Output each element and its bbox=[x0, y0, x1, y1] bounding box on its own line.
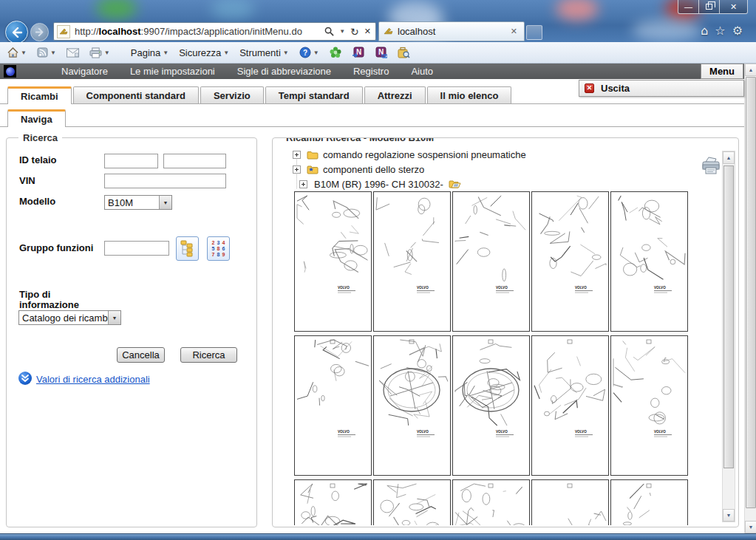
tools-menu-button[interactable]: Strumenti ▼ bbox=[236, 46, 292, 60]
favorites-button[interactable]: ☆ bbox=[715, 24, 725, 38]
diagram-thumbnail[interactable]: VOLVO bbox=[610, 479, 688, 525]
research-button[interactable] bbox=[395, 45, 413, 60]
search-button[interactable]: Ricerca bbox=[180, 347, 237, 363]
results-scroll-down-arrow[interactable]: ▼ bbox=[723, 509, 735, 522]
diagram-thumbnail[interactable]: VOLVO bbox=[294, 335, 372, 476]
help-icon: ? bbox=[299, 47, 311, 58]
logout-menu-item[interactable]: ✕ Uscita bbox=[579, 80, 744, 97]
home-button[interactable]: ⌂ bbox=[701, 24, 708, 38]
menubar-item-aiuto[interactable]: Aiuto bbox=[400, 66, 444, 77]
diagram-thumbnail[interactable]: VOLVO bbox=[531, 191, 609, 332]
tab-tempi-standard[interactable]: Tempi standard bbox=[265, 86, 363, 103]
maximize-button[interactable] bbox=[699, 0, 720, 14]
settings-gear-button[interactable]: ⚙ bbox=[732, 24, 743, 38]
tab-componenti-standard[interactable]: Componenti standard bbox=[73, 86, 199, 103]
subtabs-divider bbox=[0, 126, 744, 127]
svg-text:VOLVO: VOLVO bbox=[575, 430, 587, 434]
home-menu-button[interactable]: ▼ bbox=[4, 46, 30, 59]
search-form-legend: Ricerca bbox=[18, 132, 62, 143]
diagram-thumbnail[interactable]: VOLVO bbox=[531, 335, 609, 476]
icq-button[interactable] bbox=[327, 45, 344, 60]
tab-close-button[interactable]: ✕ bbox=[508, 27, 520, 36]
menu-button[interactable]: Menu bbox=[701, 64, 743, 79]
diagram-thumbnail[interactable]: VOLVO bbox=[373, 191, 451, 332]
browser-tab[interactable]: localhost ✕ bbox=[378, 21, 525, 41]
scroll-down-arrow[interactable]: ▼ bbox=[745, 521, 756, 533]
diagram-thumbnail[interactable]: VOLVO bbox=[452, 335, 530, 476]
back-button[interactable] bbox=[5, 21, 28, 42]
address-input[interactable]: http://localhost:9907/impact3/applicatio… bbox=[53, 22, 376, 41]
help-dropdown-caret[interactable]: ▼ bbox=[313, 49, 319, 56]
menubar-item-navigatore[interactable]: Navigatore bbox=[50, 66, 119, 77]
diagram-thumbnail[interactable]: VOLVO bbox=[610, 335, 688, 476]
home-dropdown-caret[interactable]: ▼ bbox=[21, 49, 27, 56]
minimize-button[interactable]: — bbox=[678, 0, 699, 14]
tree-item[interactable]: componenti dello sterzo bbox=[293, 164, 424, 175]
refresh-button[interactable]: ↻ bbox=[350, 26, 359, 38]
security-menu-button[interactable]: Sicurezza ▼ bbox=[176, 46, 232, 60]
search-dropdown-caret[interactable]: ▼ bbox=[339, 28, 345, 35]
print-results-button[interactable] bbox=[700, 156, 722, 176]
svg-text:VOLVO: VOLVO bbox=[654, 286, 666, 290]
menubar-item-registro[interactable]: Registro bbox=[342, 66, 400, 77]
chassis-id-label: ID telaio bbox=[19, 154, 57, 165]
tree-expand-icon[interactable] bbox=[293, 151, 301, 159]
info-type-select[interactable]: Catalogo dei ricambi ▼ bbox=[18, 310, 121, 325]
stop-button[interactable]: ✕ bbox=[364, 27, 371, 36]
diagram-thumbnail[interactable]: VOLVO bbox=[610, 191, 688, 332]
feed-dropdown-caret[interactable]: ▼ bbox=[50, 49, 56, 56]
tab-attrezzi[interactable]: Attrezzi bbox=[364, 86, 426, 103]
chassis-id-input-2[interactable] bbox=[163, 154, 226, 168]
tree-item[interactable]: B10M (BR) 1996- CH 310032- bbox=[299, 179, 466, 190]
diagram-thumbnail[interactable]: VOLVO bbox=[373, 479, 451, 525]
chassis-id-input-1[interactable] bbox=[104, 154, 158, 168]
results-scrollbar-thumb[interactable] bbox=[723, 165, 734, 468]
print-button[interactable]: ▼ bbox=[86, 46, 113, 60]
model-select-arrow-icon: ▼ bbox=[159, 196, 171, 209]
menubar-item-sigle[interactable]: Sigle di abbreviazione bbox=[226, 66, 342, 77]
clear-button[interactable]: Cancella bbox=[117, 347, 165, 363]
results-scroll-up-arrow[interactable]: ▲ bbox=[723, 151, 735, 164]
tab-ricambi[interactable]: Ricambi bbox=[7, 86, 72, 104]
print-dropdown-caret[interactable]: ▼ bbox=[104, 49, 110, 56]
scroll-up-arrow[interactable]: ▲ bbox=[745, 64, 756, 76]
model-select[interactable]: B10M ▼ bbox=[104, 195, 172, 210]
onenote-send-button[interactable]: N bbox=[349, 45, 367, 60]
onenote-linked-button[interactable]: N bbox=[372, 45, 390, 60]
vin-input[interactable] bbox=[104, 174, 226, 188]
feed-button[interactable]: ▼ bbox=[34, 46, 59, 59]
page-scrollbar-thumb[interactable] bbox=[746, 77, 756, 508]
expand-chevron-icon[interactable] bbox=[18, 372, 32, 385]
function-group-tree-button[interactable] bbox=[176, 236, 199, 261]
read-mail-button[interactable] bbox=[64, 47, 82, 59]
diagram-thumbnail[interactable]: VOLVO bbox=[452, 191, 530, 332]
function-group-numbers-button[interactable]: 234586789 bbox=[207, 236, 230, 261]
back-arrow-icon bbox=[11, 27, 23, 38]
new-tab-button[interactable] bbox=[526, 25, 542, 40]
diagram-thumbnail[interactable]: VOLVO bbox=[294, 191, 372, 332]
results-scrollbar[interactable]: ▲ ▼ bbox=[722, 151, 735, 522]
additional-search-values-link[interactable]: Valori di ricerca addizionali bbox=[36, 374, 150, 385]
page-menu-button[interactable]: Pagina ▼ bbox=[128, 46, 171, 60]
search-icon[interactable] bbox=[324, 27, 334, 36]
diagram-thumbnail[interactable]: VOLVO bbox=[452, 479, 530, 525]
tree-item[interactable]: comando regolazione sospensioni pneumati… bbox=[293, 149, 526, 160]
menubar-item-impostazioni[interactable]: Le mie impostazioni bbox=[119, 66, 226, 77]
diagram-thumbnail[interactable]: VOLVO bbox=[294, 479, 372, 525]
diagram-thumbnail[interactable]: VOLVO bbox=[373, 335, 451, 476]
onenote-send-icon: N bbox=[352, 47, 364, 58]
tab-naviga[interactable]: Naviga bbox=[7, 109, 66, 127]
function-group-input[interactable] bbox=[104, 241, 169, 256]
tab-servizio[interactable]: Servizio bbox=[200, 86, 264, 103]
help-menu-button[interactable]: ? ▼ bbox=[296, 45, 322, 60]
results-panel: Ricambi Ricerca - Modello B10M comando r… bbox=[272, 137, 739, 527]
tree-expand-icon[interactable] bbox=[293, 165, 301, 174]
tree-expand-icon[interactable] bbox=[299, 180, 307, 188]
close-button[interactable]: ✕ bbox=[720, 0, 748, 14]
diagram-thumbnail[interactable]: VOLVO bbox=[531, 479, 609, 525]
site-favicon bbox=[57, 25, 70, 38]
forward-button[interactable] bbox=[30, 23, 49, 41]
tab-il-mio-elenco[interactable]: Il mio elenco bbox=[427, 86, 512, 103]
page-scrollbar[interactable]: ▲ ▼ bbox=[744, 64, 756, 533]
restore-glyph bbox=[706, 4, 712, 10]
